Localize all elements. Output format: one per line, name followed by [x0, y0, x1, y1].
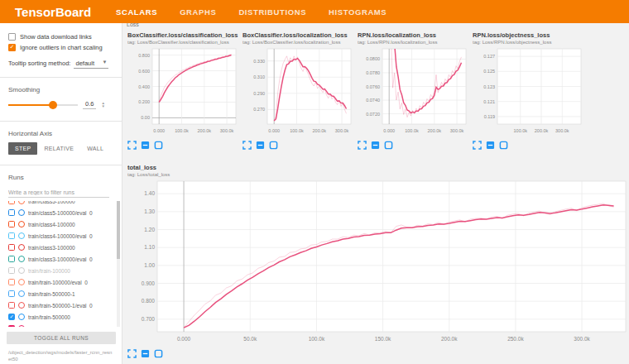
run-label: train/class5-100000	[28, 201, 75, 204]
smoothing-spinner[interactable]: ▲▼	[101, 102, 104, 108]
svg-text:150.0k: 150.0k	[375, 336, 391, 342]
line-chart[interactable]: 0.08000.07800.07600.07400.07200.000100.0…	[358, 47, 468, 135]
chart-type-toggle-icon[interactable]	[141, 349, 150, 358]
run-checkbox[interactable]	[8, 290, 15, 297]
run-row[interactable]: train/train-500000-1	[0, 288, 122, 299]
spinner-down-icon[interactable]: ▼	[101, 105, 104, 108]
line-chart[interactable]: 0.1270.1250.1230.1210.119100.0k200.0k300…	[473, 47, 583, 135]
runs-filter-input[interactable]	[8, 188, 109, 198]
run-row[interactable]: train/class3-100000/eval_0	[0, 253, 122, 265]
chart-footer	[127, 141, 240, 150]
chart-type-toggle-icon[interactable]	[486, 141, 495, 150]
run-checkbox[interactable]	[8, 201, 15, 204]
run-label: train/train-500000-1	[28, 291, 75, 297]
run-checkbox[interactable]	[8, 209, 15, 216]
svg-text:200.0k: 200.0k	[313, 128, 327, 133]
fit-domain-icon[interactable]	[269, 141, 278, 150]
run-label: train/train-100000/eval_0	[28, 280, 88, 285]
ignore-outliers-checkbox[interactable]	[8, 44, 16, 51]
axis-wall-button[interactable]: WALL	[80, 142, 110, 155]
run-row[interactable]: train/train-500000/eval_0	[0, 323, 122, 327]
line-chart[interactable]: 0.3300.3100.2900.2700.000100.0k200.0k300…	[242, 47, 353, 135]
category-header[interactable]: Loss	[123, 23, 629, 27]
run-checkbox[interactable]	[8, 267, 15, 274]
chart-type-toggle-icon[interactable]	[141, 141, 150, 150]
run-row[interactable]: train/class4-100000/eval_0	[0, 230, 122, 242]
svg-text:300.0k: 300.0k	[450, 128, 464, 133]
fullscreen-icon[interactable]	[358, 141, 367, 150]
run-checkbox[interactable]	[8, 232, 15, 239]
fit-domain-icon[interactable]	[499, 141, 508, 150]
smoothing-slider[interactable]	[8, 104, 78, 106]
svg-text:0.330: 0.330	[253, 59, 265, 64]
axis-step-button[interactable]: STEP	[8, 142, 37, 155]
chart-card-rpn-localization-loss: RPN.loss/localization_loss tag: Loss/RPN…	[358, 31, 470, 150]
run-color-circle-icon	[18, 209, 25, 216]
svg-text:0.800: 0.800	[142, 298, 156, 304]
svg-text:1.30: 1.30	[144, 208, 155, 214]
line-chart[interactable]: 0.8000.6000.4000.2000.000.000100.0k200.0…	[127, 47, 238, 135]
chart-type-toggle-icon[interactable]	[256, 141, 265, 150]
run-label: train/class5-100000/eval_0	[28, 210, 93, 216]
tab-histograms[interactable]: HISTOGRAMS	[329, 7, 387, 17]
run-row[interactable]: train/class4-100000	[0, 218, 122, 230]
fit-domain-icon[interactable]	[154, 349, 163, 358]
run-row[interactable]: train/train-500000	[0, 311, 122, 323]
chart-type-toggle-icon[interactable]	[371, 141, 380, 150]
svg-text:300.0k: 300.0k	[220, 128, 234, 133]
run-row[interactable]: train/train-100000/eval_0	[0, 276, 122, 288]
chart-tag: tag: Loss/BoxClassifier.loss/classificat…	[127, 39, 240, 46]
logdir-path: /object_detection/wgs/models/faster_rcnn…	[0, 344, 122, 364]
line-chart[interactable]: 1.401.301.201.101.000.9000.8000.7000.000…	[127, 180, 629, 343]
chart-title: BoxClassifier.loss/localization_loss	[242, 31, 355, 39]
tooltip-sort-select[interactable]: default ▼	[74, 60, 108, 69]
svg-text:0.00: 0.00	[141, 115, 150, 120]
show-download-links-checkbox[interactable]	[8, 33, 16, 41]
svg-text:100.0k: 100.0k	[405, 128, 419, 133]
run-label: train/train-500000	[28, 314, 70, 320]
chevron-down-icon: ▼	[103, 60, 108, 67]
run-row[interactable]: train/train-500000-1/eval_0	[0, 299, 122, 311]
axis-relative-button[interactable]: RELATIVE	[37, 142, 80, 155]
run-row[interactable]: train/class5-100000	[0, 201, 122, 207]
svg-text:0.000: 0.000	[268, 128, 280, 133]
run-checkbox[interactable]	[8, 302, 15, 309]
run-row[interactable]: train/train-100000	[0, 265, 122, 276]
run-checkbox[interactable]	[8, 244, 15, 251]
svg-text:0.900: 0.900	[142, 280, 156, 286]
svg-text:0.600: 0.600	[138, 69, 150, 74]
run-color-circle-icon	[18, 325, 25, 327]
smoothing-input[interactable]: 0.6	[83, 100, 96, 109]
run-checkbox[interactable]	[8, 221, 15, 228]
run-checkbox[interactable]	[8, 314, 15, 320]
smoothing-slider-thumb[interactable]	[49, 101, 57, 109]
run-color-circle-icon	[18, 279, 25, 285]
run-row[interactable]: train/class5-100000/eval_0	[0, 207, 122, 218]
run-checkbox[interactable]	[8, 325, 15, 327]
svg-text:0.000: 0.000	[383, 128, 395, 133]
svg-text:0.127: 0.127	[483, 54, 495, 59]
fullscreen-icon[interactable]	[473, 141, 482, 150]
fullscreen-icon[interactable]	[242, 141, 252, 150]
tab-graphs[interactable]: GRAPHS	[180, 7, 216, 17]
chart-footer	[358, 141, 470, 150]
tab-distributions[interactable]: DISTRIBUTIONS	[238, 7, 306, 17]
svg-text:0.123: 0.123	[483, 84, 495, 89]
run-checkbox[interactable]	[8, 256, 15, 262]
svg-text:1.20: 1.20	[144, 227, 155, 232]
run-row[interactable]: train/class3-100000	[0, 242, 122, 253]
svg-text:0.0780: 0.0780	[366, 70, 380, 75]
fullscreen-icon[interactable]	[127, 141, 137, 150]
runs-scrollbar[interactable]	[117, 201, 120, 327]
runs-scrollbar-thumb[interactable]	[117, 201, 120, 259]
run-checkbox[interactable]	[8, 279, 15, 285]
svg-text:200.0k: 200.0k	[428, 128, 442, 133]
fit-domain-icon[interactable]	[384, 141, 393, 150]
run-label: train/train-100000	[28, 268, 70, 274]
run-label: train/train-500000/eval_0	[28, 326, 88, 328]
fullscreen-icon[interactable]	[127, 349, 137, 358]
tab-scalars[interactable]: SCALARS	[116, 7, 157, 17]
toggle-all-runs-button[interactable]: TOGGLE ALL RUNS	[7, 332, 116, 344]
fit-domain-icon[interactable]	[154, 141, 163, 150]
svg-text:1.10: 1.10	[144, 244, 155, 250]
